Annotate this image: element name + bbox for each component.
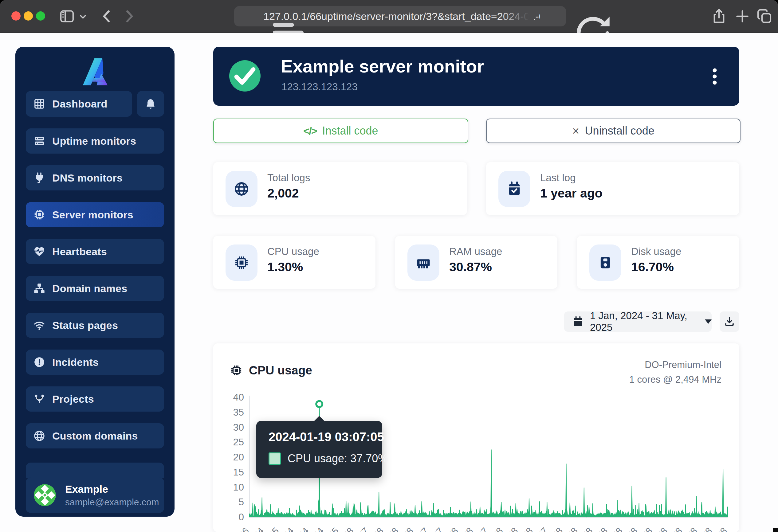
chevron-down-icon[interactable]: [77, 11, 88, 22]
sidebar-item-custom-domains[interactable]: Custom domains: [26, 423, 164, 448]
svg-text:08: 08: [655, 526, 669, 532]
stat-value: 30.87%: [449, 260, 492, 274]
tooltip-timestamp: 2024-01-19 03:07:05: [268, 430, 384, 444]
caret-down-icon: [705, 320, 712, 324]
tab-overview-icon[interactable]: [756, 8, 773, 25]
svg-text:08: 08: [550, 526, 564, 532]
ram-icon: [407, 245, 440, 281]
plug-icon: [33, 172, 46, 184]
cpu-icon: [226, 245, 257, 281]
svg-text:08: 08: [505, 526, 520, 532]
page-title: Example server monitor: [281, 56, 484, 77]
bell-icon: [144, 98, 157, 110]
code-icon: </>: [303, 125, 316, 137]
sidebar-item-label: Domain names: [52, 283, 127, 294]
reload-icon[interactable]: [547, 10, 559, 22]
zoom-window-button[interactable]: [36, 11, 45, 21]
address-bar[interactable]: 127.0.0.1/66uptime/server-monitor/3?&sta…: [234, 6, 566, 26]
kebab-menu-icon[interactable]: [712, 67, 718, 86]
sidebar-item-domain-names[interactable]: Domain names: [26, 276, 164, 301]
calendar-check-icon: [498, 171, 530, 207]
cpu-chart-card: CPU usage DO-Premium-Intel 1 cores @ 2,4…: [213, 343, 739, 532]
sidebar-item-label: Status pages: [52, 320, 118, 332]
sidebar-item-incidents[interactable]: Incidents: [26, 350, 164, 375]
svg-text:07: 07: [431, 526, 445, 532]
back-button[interactable]: [98, 8, 115, 25]
heart-pulse-icon: [33, 245, 46, 258]
date-range-label: 1 Jan, 2024 - 31 May, 2025: [590, 310, 698, 333]
sidebar-item-projects[interactable]: Projects: [26, 386, 164, 412]
svg-text:5: 5: [238, 497, 244, 508]
svg-text:30: 30: [233, 422, 244, 433]
svg-text:08: 08: [640, 526, 654, 532]
sidebar-item-uptime-monitors[interactable]: Uptime monitors: [26, 128, 164, 154]
alert-icon: [33, 356, 46, 368]
stat-value: 16.70%: [631, 260, 674, 274]
svg-text:25: 25: [233, 436, 244, 448]
tooltip-value: CPU usage: 37.70%: [288, 452, 388, 465]
svg-text:05: 05: [326, 526, 340, 532]
svg-text:04: 04: [296, 526, 311, 532]
svg-text:08: 08: [610, 526, 624, 532]
total-logs-card: Total logs 2,002: [213, 162, 467, 215]
forward-button[interactable]: [121, 8, 138, 25]
svg-text:07: 07: [475, 526, 490, 532]
svg-text:08: 08: [461, 526, 475, 532]
share-nodes-icon: [33, 393, 46, 405]
stat-label: Total logs: [267, 172, 310, 184]
share-icon[interactable]: [710, 8, 727, 25]
svg-text:04: 04: [251, 526, 266, 532]
sidebar-user-card[interactable]: Example sample@example.com: [26, 477, 164, 513]
svg-text:07: 07: [356, 526, 370, 532]
svg-text:07: 07: [416, 526, 430, 532]
download-button[interactable]: [720, 312, 739, 332]
sidebar-toggle-icon[interactable]: [58, 8, 76, 25]
uninstall-code-button[interactable]: × Uninstall code: [486, 118, 741, 143]
svg-text:04: 04: [281, 526, 296, 532]
svg-text:08: 08: [520, 526, 535, 532]
install-code-button[interactable]: </> Install code: [213, 118, 468, 143]
url-text: 127.0.0.1/66uptime/server-monitor/3?&sta…: [263, 6, 540, 26]
sidebar-item-status-pages[interactable]: Status pages: [26, 313, 164, 338]
sidebar-item-server-monitors[interactable]: Server monitors: [26, 202, 164, 227]
sidebar: Dashboard Uptime monitorsDNS monitorsSer…: [15, 47, 174, 517]
sidebar-item-dns-monitors[interactable]: DNS monitors: [26, 165, 164, 190]
reader-icon[interactable]: [242, 10, 254, 22]
new-tab-button[interactable]: [734, 8, 751, 25]
close-window-button[interactable]: [11, 11, 20, 21]
sidebar-item-partial[interactable]: [26, 463, 164, 478]
sidebar-item-heartbeats[interactable]: Heartbeats: [26, 239, 164, 264]
sidebar-item-dashboard[interactable]: Dashboard: [26, 91, 132, 117]
disk-icon: [589, 245, 621, 281]
svg-text:04: 04: [311, 526, 325, 532]
svg-text:08: 08: [490, 526, 505, 532]
svg-text:08: 08: [341, 526, 356, 532]
uninstall-code-label: Uninstall code: [585, 124, 654, 137]
sidebar-item-label: Projects: [52, 393, 94, 405]
avatar: [34, 484, 56, 506]
minimize-window-button[interactable]: [24, 11, 33, 21]
svg-text:40: 40: [233, 392, 244, 403]
url-fade-overlay: [500, 7, 534, 25]
svg-text:08: 08: [670, 526, 684, 532]
page-content: Dashboard Uptime monitorsDNS monitorsSer…: [0, 33, 778, 532]
disk-usage-card: Disk usage 16.70%: [577, 236, 739, 289]
notifications-button[interactable]: [137, 91, 164, 117]
svg-text:05: 05: [266, 526, 281, 532]
globe-icon: [33, 430, 46, 442]
cpu-icon: [230, 364, 243, 377]
sidebar-item-label: DNS monitors: [52, 172, 123, 184]
chart-title-label: CPU usage: [249, 364, 312, 377]
svg-text:08: 08: [685, 526, 699, 532]
svg-text:20: 20: [233, 451, 244, 463]
date-range-picker[interactable]: 1 Jan, 2024 - 31 May, 2025: [564, 312, 712, 332]
svg-text:08: 08: [625, 526, 639, 532]
server-stack-icon: [33, 135, 46, 147]
status-ok-icon: [229, 60, 260, 92]
server-plan-label: DO-Premium-Intel: [645, 359, 721, 370]
sidebar-item-label: Heartbeats: [52, 246, 107, 258]
svg-text:08: 08: [565, 526, 579, 532]
user-email: sample@example.com: [65, 497, 159, 508]
partially-visible-element: [773, 528, 778, 532]
calendar-icon: [572, 316, 584, 328]
